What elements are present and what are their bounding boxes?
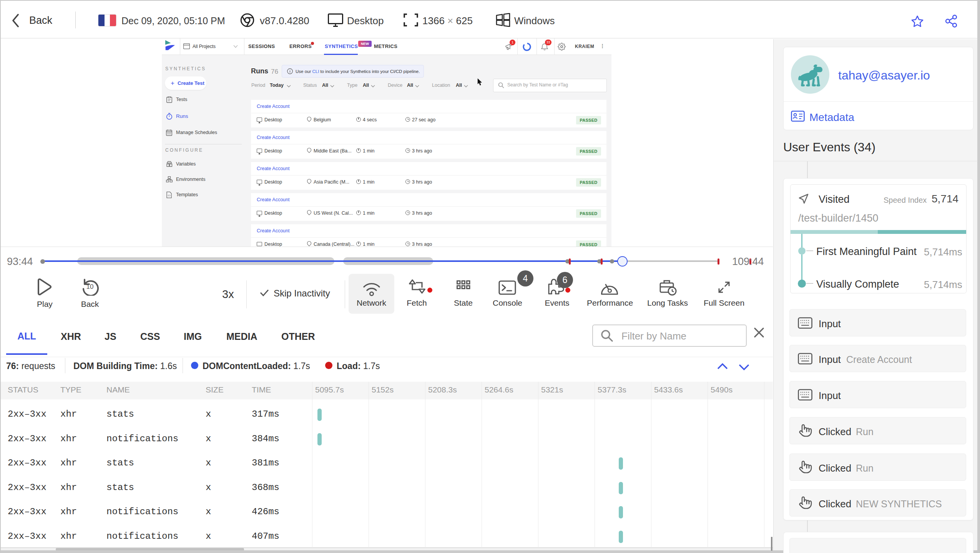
svg-text:10: 10 [86,283,94,290]
